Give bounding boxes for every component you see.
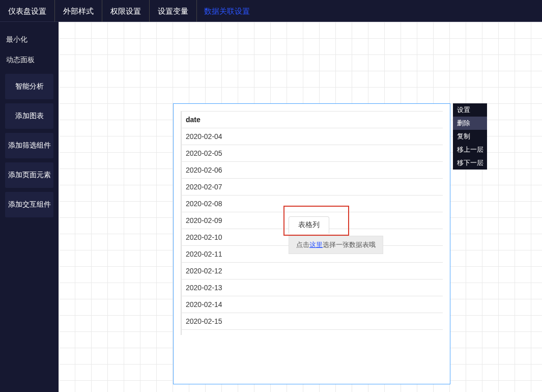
cell-date: 2020-02-13 [181, 279, 443, 296]
cell-date: 2020-02-12 [181, 263, 443, 279]
hint-prefix: 点击 [296, 241, 309, 248]
cell-date: 2020-02-08 [181, 195, 443, 212]
sidebar-btn-add-filter[interactable]: 添加筛选组件 [5, 133, 53, 158]
context-menu-settings[interactable]: 设置 [453, 103, 487, 117]
body: 最小化 动态面板 智能分析 添加图表 添加筛选组件 添加页面元素 添加交互组件 … [0, 22, 542, 392]
table-row[interactable]: 2020-02-07 [181, 179, 443, 195]
context-menu-move-up[interactable]: 移上一层 [453, 143, 487, 156]
cell-date: 2020-02-06 [181, 162, 443, 179]
sidebar-btn-smart-analysis[interactable]: 智能分析 [5, 74, 53, 99]
table-row[interactable]: 2020-02-08 [181, 195, 443, 212]
cell-date: 2020-02-05 [181, 145, 443, 162]
table-row[interactable]: 2020-02-13 [181, 279, 443, 296]
table-row[interactable]: 2020-02-12 [181, 263, 443, 279]
hint-suffix: 选择一张数据表哦 [323, 241, 376, 248]
column-header-date[interactable]: date [181, 111, 443, 128]
table-row[interactable]: 2020-02-14 [181, 296, 443, 313]
cell-date: 2020-02-04 [181, 128, 443, 145]
tab-variable-settings[interactable]: 设置变量 [150, 0, 197, 22]
hint-link-here[interactable]: 这里 [309, 241, 323, 248]
table-row[interactable]: 2020-02-06 [181, 162, 443, 179]
table-row[interactable]: 2020-02-16 [181, 330, 443, 335]
canvas[interactable]: date 2020-02-042020-02-052020-02-062020-… [59, 22, 542, 392]
table-row[interactable]: 2020-02-04 [181, 128, 443, 145]
sidebar: 最小化 动态面板 智能分析 添加图表 添加筛选组件 添加页面元素 添加交互组件 [0, 22, 59, 392]
popup-tab-table-columns[interactable]: 表格列 [289, 216, 329, 234]
table-column-popup: 表格列 点击这里选择一张数据表哦 [289, 216, 383, 254]
tab-external-style[interactable]: 外部样式 [55, 0, 102, 22]
cell-date: 2020-02-16 [181, 330, 443, 335]
topbar: 仪表盘设置 外部样式 权限设置 设置变量 数据关联设置 [0, 0, 542, 22]
popup-hint: 点击这里选择一张数据表哦 [289, 236, 383, 254]
tab-dashboard-settings[interactable]: 仪表盘设置 [0, 0, 55, 22]
sidebar-btn-add-chart[interactable]: 添加图表 [5, 103, 53, 129]
table-header-row: date [181, 111, 443, 128]
sidebar-section-title: 动态面板 [0, 49, 59, 70]
cell-date: 2020-02-07 [181, 179, 443, 195]
context-menu-delete[interactable]: 删除 [453, 117, 487, 130]
table-row[interactable]: 2020-02-15 [181, 313, 443, 330]
sidebar-btn-add-interactive[interactable]: 添加交互组件 [5, 192, 53, 217]
cell-date: 2020-02-15 [181, 313, 443, 330]
tab-data-relation-settings[interactable]: 数据关联设置 [197, 0, 257, 22]
context-menu-move-down[interactable]: 移下一层 [453, 156, 487, 170]
tab-permission-settings[interactable]: 权限设置 [102, 0, 150, 22]
cell-date: 2020-02-14 [181, 296, 443, 313]
sidebar-minimize[interactable]: 最小化 [0, 30, 59, 49]
sidebar-btn-add-page-element[interactable]: 添加页面元素 [5, 162, 53, 188]
table-row[interactable]: 2020-02-05 [181, 145, 443, 162]
context-menu: 设置 删除 复制 移上一层 移下一层 [453, 103, 487, 170]
context-menu-copy[interactable]: 复制 [453, 130, 487, 143]
